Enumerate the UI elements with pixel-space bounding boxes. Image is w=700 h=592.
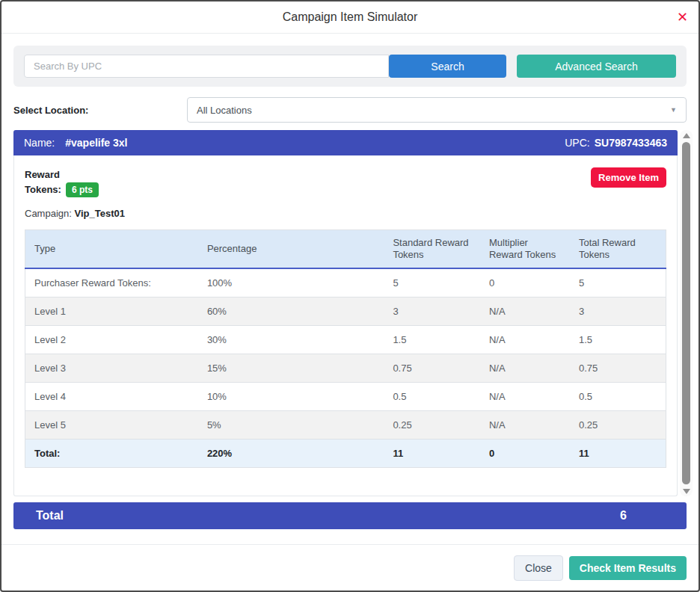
table-cell: Purchaser Reward Tokens:	[25, 268, 198, 297]
table-cell: N/A	[480, 411, 570, 440]
table-header-cell: Percentage	[198, 230, 384, 269]
remove-item-button[interactable]: Remove Item	[591, 167, 666, 188]
table-cell: Level 2	[25, 326, 198, 354]
location-selected-value: All Locations	[197, 105, 252, 116]
location-row: Select Location: All Locations ▼	[13, 97, 687, 123]
location-label: Select Location:	[13, 105, 187, 116]
search-input[interactable]	[24, 55, 389, 78]
item-name-value: #vapelife 3xl	[65, 137, 127, 149]
close-icon[interactable]: ✕	[677, 8, 688, 26]
table-row: Purchaser Reward Tokens:100%505	[25, 268, 666, 297]
table-row: Level 230%1.5N/A1.5	[25, 326, 666, 354]
table-cell: 0	[480, 268, 570, 297]
scrollbar-thumb[interactable]	[682, 142, 690, 484]
table-row: Level 315%0.75N/A0.75	[25, 354, 666, 383]
table-row: Level 160%3N/A3	[25, 297, 666, 326]
table-body: Purchaser Reward Tokens:100%505Level 160…	[25, 268, 666, 468]
table-cell: 0.25	[384, 411, 480, 440]
reward-tokens-row: Reward Tokens: 6 pts Remove Item	[25, 167, 666, 197]
reward-points-badge: 6 pts	[66, 182, 99, 197]
table-cell: 5%	[198, 411, 384, 440]
item-scroll-area: Name: #vapelife 3xl UPC: SU7987433463 Re…	[13, 130, 693, 496]
table-cell: 0.75	[384, 354, 480, 383]
table-cell: 3	[384, 297, 480, 326]
table-cell: Level 1	[25, 297, 198, 326]
table-cell: 220%	[198, 440, 384, 468]
search-section: Search Advanced Search	[13, 46, 687, 87]
table-cell: 60%	[198, 297, 384, 326]
campaign-label: Campaign:	[25, 208, 72, 219]
table-cell: 0.25	[570, 411, 666, 440]
table-header-row: TypePercentageStandard Reward TokensMult…	[25, 230, 666, 269]
close-button[interactable]: Close	[514, 555, 563, 581]
table-row: Level 410%0.5N/A0.5	[25, 383, 666, 411]
total-bar-label: Total	[36, 509, 64, 522]
reward-tokens-block: Reward Tokens: 6 pts	[25, 167, 99, 197]
item-panel: Reward Tokens: 6 pts Remove Item Campaig…	[13, 155, 678, 496]
campaign-name: Vip_Test01	[75, 208, 125, 219]
table-cell: 10%	[198, 383, 384, 411]
table-row: Total:220%11011	[25, 440, 666, 468]
item-name-bar: Name: #vapelife 3xl UPC: SU7987433463	[13, 130, 678, 155]
reward-tokens-label-line1: Reward	[25, 167, 99, 182]
table-header-cell: Total Reward Tokens	[570, 230, 666, 269]
location-select[interactable]: All Locations ▼	[187, 97, 687, 123]
table-cell: 0.5	[384, 383, 480, 411]
chevron-down-icon: ▼	[670, 106, 677, 114]
table-cell: 100%	[198, 268, 384, 297]
table-cell: 11	[384, 440, 480, 468]
table-cell: Level 3	[25, 354, 198, 383]
item-upc-value: SU7987433463	[595, 137, 667, 149]
scroll-down-icon[interactable]	[683, 486, 690, 496]
modal-header: Campaign Item Simulator ✕	[1, 1, 699, 34]
table-cell: 3	[570, 297, 666, 326]
table-header-cell: Standard Reward Tokens	[384, 230, 480, 269]
scroll-up-icon[interactable]	[683, 130, 690, 141]
table-cell: N/A	[480, 383, 570, 411]
advanced-search-button[interactable]: Advanced Search	[517, 55, 676, 78]
table-cell: Total:	[25, 440, 198, 468]
table-cell: N/A	[480, 354, 570, 383]
table-cell: 5	[384, 268, 480, 297]
campaign-item-simulator-modal: Campaign Item Simulator ✕ Search Advance…	[0, 0, 700, 592]
table-cell: Level 5	[25, 411, 198, 440]
reward-tokens-label-line2: Tokens:	[25, 182, 61, 197]
item-upc-label: UPC:	[565, 137, 589, 149]
vertical-scrollbar[interactable]	[680, 130, 693, 496]
table-cell: 0.75	[570, 354, 666, 383]
modal-title: Campaign Item Simulator	[283, 10, 418, 24]
table-header-cell: Multiplier Reward Tokens	[480, 230, 570, 269]
total-bar-value: 6	[620, 509, 627, 522]
reward-table: TypePercentageStandard Reward TokensMult…	[25, 229, 666, 468]
check-item-results-button[interactable]: Check Item Results	[569, 556, 687, 580]
table-header-cell: Type	[25, 230, 198, 269]
table-cell: 1.5	[384, 326, 480, 354]
item-card: Name: #vapelife 3xl UPC: SU7987433463 Re…	[13, 130, 678, 496]
table-cell: 0	[480, 440, 570, 468]
table-cell: Level 4	[25, 383, 198, 411]
table-cell: 11	[570, 440, 666, 468]
table-cell: 30%	[198, 326, 384, 354]
table-header: TypePercentageStandard Reward TokensMult…	[25, 230, 666, 269]
item-name-label: Name:	[24, 137, 55, 149]
table-cell: 5	[570, 268, 666, 297]
table-cell: 0.5	[570, 383, 666, 411]
table-cell: 15%	[198, 354, 384, 383]
modal-footer: Close Check Item Results	[1, 544, 699, 591]
search-button[interactable]: Search	[389, 55, 506, 78]
campaign-line: Campaign: Vip_Test01	[25, 208, 666, 219]
total-bar: Total 6	[13, 502, 687, 529]
table-cell: N/A	[480, 297, 570, 326]
table-row: Level 55%0.25N/A0.25	[25, 411, 666, 440]
table-cell: N/A	[480, 326, 570, 354]
table-cell: 1.5	[570, 326, 666, 354]
